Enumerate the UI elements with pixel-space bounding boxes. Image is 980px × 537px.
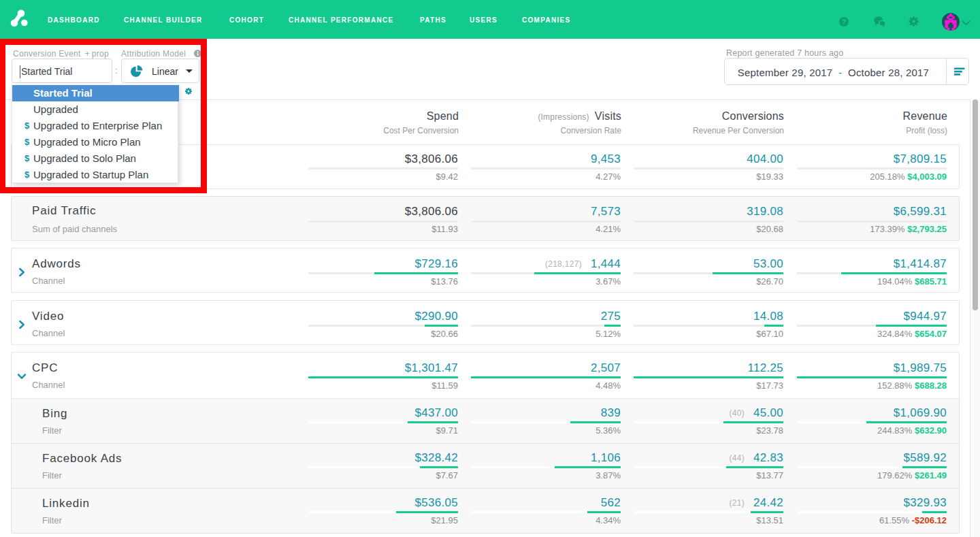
svg-text:?: ?	[842, 18, 846, 26]
